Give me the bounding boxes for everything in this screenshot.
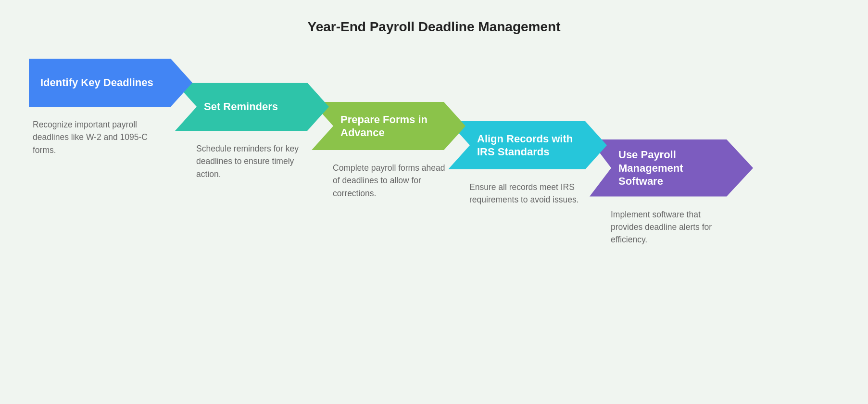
step-5-wrapper: Use Payroll Management Software Implemen… <box>607 139 753 246</box>
step-1-arrow: Identify Key Deadlines <box>29 59 192 107</box>
steps-row: Identify Key Deadlines Recognize importa… <box>29 59 839 246</box>
step-1-description: Recognize important payroll deadlines li… <box>29 118 154 156</box>
step-2-description: Schedule reminders for key deadlines to … <box>192 142 317 180</box>
page-title: Year-End Payroll Deadline Management <box>308 19 561 35</box>
step-4-arrow: Align Records with IRS Standards <box>448 121 607 169</box>
step-1-wrapper: Identify Key Deadlines Recognize importa… <box>29 59 192 156</box>
step-4-wrapper: Align Records with IRS Standards Ensure … <box>465 121 607 206</box>
step-3-label: Prepare Forms in Advance <box>340 113 441 139</box>
step-5-arrow: Use Payroll Management Software <box>590 139 753 197</box>
step-1-label: Identify Key Deadlines <box>40 76 153 89</box>
step-5-description: Implement software that provides deadlin… <box>607 208 732 246</box>
step-3-description: Complete payroll forms ahead of deadline… <box>329 162 454 200</box>
step-4-label: Align Records with IRS Standards <box>477 132 583 159</box>
step-3-wrapper: Prepare Forms in Advance Complete payrol… <box>329 102 465 200</box>
step-3-arrow: Prepare Forms in Advance <box>312 102 465 150</box>
step-2-label: Set Reminders <box>204 100 278 114</box>
step-2-wrapper: Set Reminders Schedule reminders for key… <box>192 83 329 180</box>
step-5-label: Use Payroll Management Software <box>618 148 729 188</box>
step-2-arrow: Set Reminders <box>175 83 329 131</box>
step-4-description: Ensure all records meet IRS requirements… <box>465 181 591 206</box>
